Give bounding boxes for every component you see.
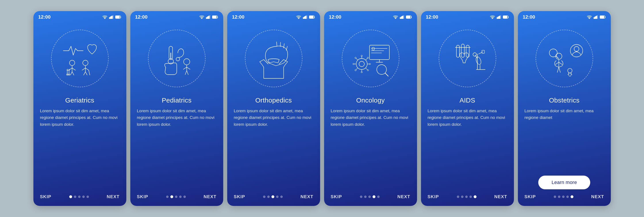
svg-rect-89 [498, 17, 499, 19]
card-footer-pediatrics: SKIP NEXT [130, 189, 223, 199]
svg-point-25 [201, 18, 202, 19]
next-button-obstetrics[interactable]: NEXT [591, 194, 604, 199]
dot-ob2 [562, 195, 564, 198]
svg-line-22 [84, 72, 86, 75]
card-footer-geriatrics: SKIP NEXT [34, 189, 126, 199]
dot-a4 [474, 195, 476, 198]
svg-rect-55 [401, 17, 402, 19]
dot-4 [86, 195, 89, 198]
card-footer-aids: SKIP NEXT [421, 189, 514, 199]
card-title-orthopedics: Orthopedics [255, 97, 292, 104]
svg-rect-3 [112, 16, 112, 19]
svg-rect-94 [456, 45, 460, 57]
svg-point-103 [473, 53, 476, 56]
status-bar-6: 12:00 [518, 11, 611, 21]
status-icons-3 [296, 15, 315, 19]
card-body-oncology: Lorem ipsum dolor sit dim amet, mea regi… [324, 108, 417, 189]
status-time-6: 12:00 [523, 14, 535, 20]
svg-line-119 [559, 67, 560, 72]
svg-line-24 [89, 70, 90, 75]
svg-rect-45 [305, 16, 306, 19]
learn-more-button[interactable]: Learn more [538, 176, 590, 189]
dot-1 [74, 195, 76, 198]
card-body-obstetrics: Lorem ipsum dolor sit dim amet, mea regi… [518, 108, 611, 172]
dot-ob0 [554, 195, 556, 198]
svg-line-12 [72, 72, 74, 75]
status-time-4: 12:00 [329, 14, 341, 20]
dot-o4 [280, 195, 283, 198]
status-bar-2: 12:00 [130, 11, 223, 21]
status-bar-3: 12:00 [227, 11, 320, 21]
icon-area-oncology [338, 25, 404, 92]
skip-button-oncology[interactable]: SKIP [331, 194, 342, 199]
skip-button-obstetrics[interactable]: SKIP [524, 194, 536, 199]
svg-line-20 [82, 68, 86, 70]
card-title-obstetrics: Obstetrics [549, 97, 580, 104]
card-pediatrics: 12:00 [130, 11, 223, 206]
svg-rect-54 [400, 18, 401, 19]
dot-2 [78, 195, 80, 198]
svg-point-68 [359, 61, 364, 67]
dot-ob4 [570, 195, 574, 198]
skip-button-aids[interactable]: SKIP [428, 194, 439, 199]
skip-button-geriatrics[interactable]: SKIP [40, 194, 51, 199]
card-body-orthopedics: Lorem ipsum dolor sit dim amet, mea regi… [227, 108, 320, 189]
next-button-oncology[interactable]: NEXT [397, 194, 410, 199]
svg-point-72 [367, 57, 368, 59]
dot-p2 [175, 195, 178, 198]
dot-o0 [263, 195, 266, 198]
svg-line-83 [356, 58, 358, 60]
status-bar-4: 12:00 [324, 11, 417, 21]
next-button-pediatrics[interactable]: NEXT [204, 194, 216, 199]
next-button-aids[interactable]: NEXT [494, 194, 507, 199]
dot-on4 [377, 195, 380, 198]
icon-area-obstetrics [531, 25, 598, 92]
svg-rect-4 [112, 15, 114, 19]
skip-button-orthopedics[interactable]: SKIP [234, 194, 245, 199]
svg-rect-110 [597, 15, 598, 19]
svg-line-75 [366, 68, 368, 70]
svg-line-38 [184, 67, 187, 69]
dots-orthopedics [263, 195, 283, 198]
svg-rect-107 [594, 18, 594, 19]
dot-ob3 [566, 195, 569, 198]
skip-button-pediatrics[interactable]: SKIP [137, 194, 148, 199]
svg-line-86 [385, 73, 388, 76]
card-title-geriatrics: Geriatrics [65, 97, 94, 104]
svg-point-120 [568, 68, 572, 73]
card-body-aids: Lorem ipsum dolor sit dim amet, mea regi… [421, 108, 514, 189]
card-title-aids: AIDS [460, 97, 475, 104]
status-time: 12:00 [38, 14, 51, 20]
svg-rect-26 [206, 18, 207, 19]
svg-rect-27 [207, 17, 208, 19]
svg-point-18 [83, 60, 88, 66]
card-title-pediatrics: Pediatrics [162, 97, 192, 104]
svg-line-71 [366, 58, 368, 60]
status-bar-5: 12:00 [421, 11, 514, 21]
dot-o2 [272, 195, 274, 198]
dot-o3 [276, 195, 278, 198]
cards-container: 12:00 [24, 5, 620, 212]
next-button-orthopedics[interactable]: NEXT [300, 194, 313, 199]
dots-oncology [360, 195, 380, 198]
dot-p3 [179, 195, 182, 198]
svg-rect-90 [499, 16, 500, 19]
icon-area-geriatrics [47, 25, 113, 92]
svg-point-101 [475, 56, 482, 65]
svg-rect-44 [304, 17, 305, 19]
svg-line-39 [187, 67, 190, 69]
card-geriatrics: 12:00 [34, 11, 126, 206]
svg-point-106 [589, 18, 590, 19]
next-button-geriatrics[interactable]: NEXT [107, 194, 120, 199]
icon-area-pediatrics [144, 25, 210, 92]
dot-a3 [470, 195, 472, 198]
svg-rect-59 [406, 16, 410, 18]
svg-point-80 [355, 70, 356, 71]
svg-point-7 [70, 60, 75, 66]
svg-line-79 [356, 68, 358, 70]
svg-rect-91 [500, 15, 501, 19]
status-icons-2 [199, 15, 218, 19]
dots-geriatrics [69, 195, 89, 198]
card-aids: 12:00 [421, 11, 514, 206]
svg-rect-6 [116, 16, 120, 18]
